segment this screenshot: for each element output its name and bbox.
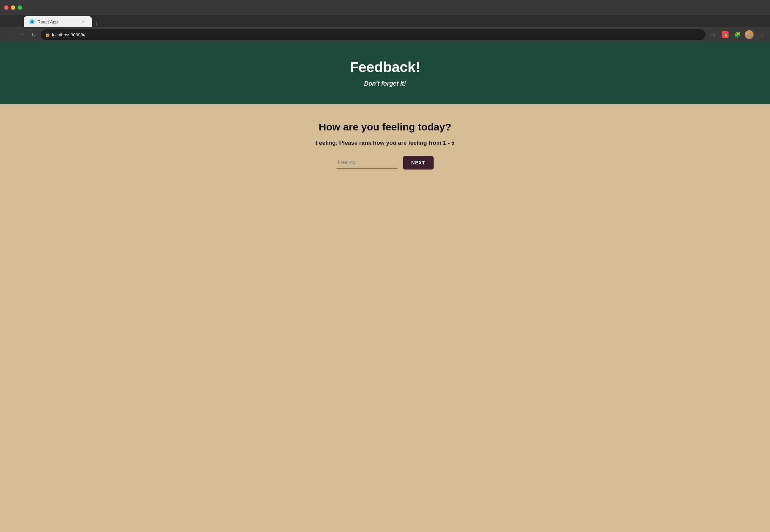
tab-title: React App (37, 19, 78, 24)
next-button[interactable]: NEXT (403, 156, 433, 170)
extensions-puzzle-button[interactable]: 🧩 (733, 30, 742, 39)
tab-close-button[interactable]: × (81, 19, 86, 24)
window-close-button[interactable] (4, 5, 8, 10)
tab-favicon: ⚛ (29, 19, 35, 24)
page-body: How are you feeling today? Feeling: Plea… (0, 104, 770, 532)
new-tab-button[interactable]: + (92, 21, 101, 27)
active-tab[interactable]: ⚛ React App × (24, 16, 92, 27)
tab-bar: ⚛ React App × + (0, 15, 770, 27)
browser-toolbar: ← → ↻ 🔒 ☆ 🎭 🧩 ⋮ (0, 27, 770, 42)
page-header: Feedback! Don't forget it! (0, 42, 770, 104)
forward-button[interactable]: → (16, 30, 26, 39)
menu-icon: ⋮ (758, 32, 764, 38)
window-maximize-button[interactable] (18, 5, 22, 10)
bookmark-icon: ☆ (711, 32, 715, 38)
browser-chrome: ⚛ React App × + ← → ↻ 🔒 ☆ 🎭 🧩 (0, 0, 770, 42)
page-subtitle: Don't forget it! (7, 80, 763, 87)
toolbar-right: ☆ 🎭 🧩 ⋮ (708, 30, 766, 39)
extension-icon-button[interactable]: 🎭 (720, 30, 730, 39)
feeling-input[interactable] (336, 157, 398, 169)
question-title: How are you feeling today? (319, 121, 451, 133)
window-controls (4, 5, 22, 10)
refresh-button[interactable]: ↻ (29, 30, 38, 39)
question-label: Feeling: Please rank how you are feeling… (315, 140, 454, 146)
puzzle-icon: 🧩 (734, 32, 741, 38)
address-bar[interactable] (52, 32, 701, 37)
window-minimize-button[interactable] (11, 5, 15, 10)
page-content: Feedback! Don't forget it! How are you f… (0, 42, 770, 532)
profile-avatar-button[interactable] (745, 30, 754, 39)
bookmark-button[interactable]: ☆ (708, 30, 718, 39)
back-button[interactable]: ← (4, 30, 14, 39)
browser-menu-button[interactable]: ⋮ (756, 30, 766, 39)
page-title: Feedback! (7, 59, 763, 75)
lock-icon: 🔒 (45, 32, 50, 37)
extension-badge: 🎭 (722, 31, 729, 38)
form-row: NEXT (336, 156, 433, 170)
browser-titlebar (0, 0, 770, 15)
address-bar-wrapper: 🔒 (41, 29, 705, 40)
